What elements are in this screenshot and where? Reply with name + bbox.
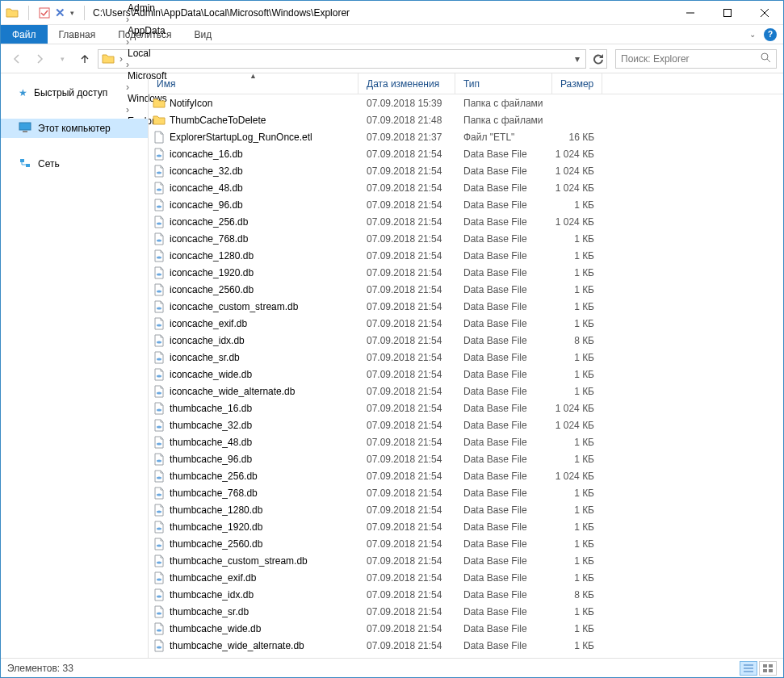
svg-point-36	[157, 578, 161, 580]
list-item[interactable]: iconcache_16.db07.09.2018 21:54Data Base…	[149, 145, 783, 162]
file-date: 07.09.2018 21:54	[358, 420, 455, 431]
list-item[interactable]: thumbcache_768.db07.09.2018 21:54Data Ba…	[149, 484, 783, 501]
tab-file[interactable]: Файл	[1, 25, 48, 44]
file-type: Data Base File	[455, 572, 552, 584]
maximize-button[interactable]	[709, 1, 746, 25]
list-item[interactable]: thumbcache_256.db07.09.2018 21:54Data Ba…	[149, 467, 783, 484]
file-icon	[149, 368, 170, 381]
back-button[interactable]	[7, 49, 27, 69]
file-size: 1 КБ	[552, 606, 602, 617]
minimize-button[interactable]	[672, 1, 709, 25]
search-icon[interactable]	[760, 52, 771, 65]
recent-dropdown[interactable]: ▾	[52, 49, 72, 69]
refresh-button[interactable]	[589, 49, 607, 69]
chevron-right-icon[interactable]: ›	[118, 53, 124, 65]
col-date[interactable]: Дата изменения	[358, 73, 455, 94]
forward-button[interactable]	[30, 49, 49, 69]
file-size: 1 КБ	[552, 386, 602, 397]
list-item[interactable]: thumbcache_idx.db07.09.2018 21:54Data Ba…	[149, 586, 783, 603]
list-item[interactable]: iconcache_96.db07.09.2018 21:54Data Base…	[149, 196, 783, 213]
list-item[interactable]: iconcache_custom_stream.db07.09.2018 21:…	[149, 298, 783, 315]
folder-icon	[6, 6, 19, 19]
file-type: Data Base File	[455, 521, 552, 533]
search-input[interactable]: Поиск: Explorer	[615, 49, 777, 69]
file-name: thumbcache_32.db	[170, 420, 358, 431]
details-view-button[interactable]	[740, 661, 757, 676]
file-icon	[149, 504, 170, 517]
svg-point-15	[157, 222, 161, 224]
tab-home[interactable]: Главная	[48, 25, 107, 44]
list-item[interactable]: iconcache_768.db07.09.2018 21:54Data Bas…	[149, 230, 783, 247]
network-icon	[19, 157, 31, 172]
list-item[interactable]: iconcache_32.db07.09.2018 21:54Data Base…	[149, 162, 783, 179]
address-bar[interactable]: › Пользователи›Admin›AppData›Local›Micro…	[98, 49, 586, 69]
properties-checkbox-icon[interactable]	[39, 7, 50, 19]
expand-ribbon-icon[interactable]: ⌄	[749, 30, 756, 39]
svg-point-21	[157, 324, 161, 326]
file-size: 1 024 КБ	[552, 403, 602, 414]
breadcrumb[interactable]: AppData	[124, 25, 194, 36]
help-icon[interactable]: ?	[764, 28, 777, 41]
file-icon	[149, 165, 170, 178]
file-icon	[149, 402, 170, 415]
chevron-right-icon[interactable]: ›	[124, 59, 131, 70]
list-item[interactable]: thumbcache_1920.db07.09.2018 21:54Data B…	[149, 518, 783, 535]
file-name: thumbcache_idx.db	[170, 589, 358, 601]
list-item[interactable]: thumbcache_2560.db07.09.2018 21:54Data B…	[149, 535, 783, 552]
file-size: 1 КБ	[552, 521, 602, 533]
list-item[interactable]: thumbcache_custom_stream.db07.09.2018 21…	[149, 552, 783, 569]
file-type: Data Base File	[455, 420, 552, 431]
sidebar-item-quick[interactable]: ★ Быстрый доступ	[1, 83, 148, 103]
list-item[interactable]: thumbcache_1280.db07.09.2018 21:54Data B…	[149, 501, 783, 518]
svg-point-17	[157, 256, 161, 258]
list-item[interactable]: iconcache_1920.db07.09.2018 21:54Data Ba…	[149, 264, 783, 281]
list-item[interactable]: ThumbCacheToDelete07.09.2018 21:48Папка …	[149, 111, 783, 128]
list-item[interactable]: iconcache_sr.db07.09.2018 21:54Data Base…	[149, 349, 783, 366]
list-item[interactable]: thumbcache_16.db07.09.2018 21:54Data Bas…	[149, 400, 783, 416]
file-size: 1 КБ	[552, 454, 602, 465]
list-item[interactable]: iconcache_256.db07.09.2018 21:54Data Bas…	[149, 213, 783, 230]
list-item[interactable]: iconcache_2560.db07.09.2018 21:54Data Ba…	[149, 281, 783, 298]
file-type: Data Base File	[455, 284, 552, 295]
list-item[interactable]: iconcache_48.db07.09.2018 21:54Data Base…	[149, 179, 783, 196]
col-type[interactable]: Тип	[455, 73, 552, 94]
breadcrumb[interactable]: Admin	[124, 2, 194, 14]
list-item[interactable]: iconcache_wide.db07.09.2018 21:54Data Ba…	[149, 366, 783, 383]
file-name: thumbcache_wide_alternate.db	[170, 640, 358, 651]
chevron-right-icon[interactable]: ›	[124, 36, 131, 48]
sidebar-item-network[interactable]: Сеть	[1, 154, 148, 174]
qat-dropdown-icon[interactable]: ▾	[70, 9, 74, 17]
list-item[interactable]: iconcache_exif.db07.09.2018 21:54Data Ba…	[149, 315, 783, 332]
address-dropdown-icon[interactable]: ▾	[569, 53, 585, 65]
delete-icon[interactable]: ✕	[55, 6, 65, 20]
close-button[interactable]	[746, 1, 783, 25]
chevron-right-icon[interactable]: ›	[124, 14, 131, 25]
list-item[interactable]: NotifyIcon07.09.2018 15:39Папка с файлам…	[149, 94, 783, 111]
file-date: 07.09.2018 21:54	[358, 284, 455, 295]
list-item[interactable]: thumbcache_32.db07.09.2018 21:54Data Bas…	[149, 416, 783, 433]
list-item[interactable]: thumbcache_wide.db07.09.2018 21:54Data B…	[149, 620, 783, 637]
rows-container[interactable]: NotifyIcon07.09.2018 15:39Папка с файлам…	[149, 94, 783, 658]
col-size[interactable]: Размер	[552, 73, 602, 94]
sidebar-item-pc[interactable]: Этот компьютер	[1, 119, 148, 138]
list-item[interactable]: thumbcache_exif.db07.09.2018 21:54Data B…	[149, 569, 783, 586]
icons-view-button[interactable]	[759, 661, 777, 676]
list-item[interactable]: thumbcache_sr.db07.09.2018 21:54Data Bas…	[149, 603, 783, 620]
list-item[interactable]: ExplorerStartupLog_RunOnce.etl07.09.2018…	[149, 128, 783, 145]
svg-rect-0	[40, 8, 49, 18]
list-item[interactable]: iconcache_idx.db07.09.2018 21:54Data Bas…	[149, 332, 783, 349]
list-item[interactable]: thumbcache_96.db07.09.2018 21:54Data Bas…	[149, 450, 783, 467]
up-button[interactable]	[75, 49, 94, 69]
view-buttons	[740, 661, 777, 676]
svg-point-37	[157, 595, 161, 597]
list-item[interactable]: iconcache_wide_alternate.db07.09.2018 21…	[149, 383, 783, 400]
list-item[interactable]: iconcache_1280.db07.09.2018 21:54Data Ba…	[149, 247, 783, 264]
list-item[interactable]: thumbcache_48.db07.09.2018 21:54Data Bas…	[149, 433, 783, 450]
file-date: 07.09.2018 21:54	[358, 606, 455, 617]
col-name[interactable]: Имя▲	[149, 73, 358, 94]
breadcrumb[interactable]: Local	[124, 48, 194, 59]
file-icon	[149, 283, 170, 296]
ribbon-right: ⌄ ?	[743, 25, 783, 44]
list-item[interactable]: thumbcache_wide_alternate.db07.09.2018 2…	[149, 637, 783, 654]
file-name: thumbcache_exif.db	[170, 572, 358, 584]
